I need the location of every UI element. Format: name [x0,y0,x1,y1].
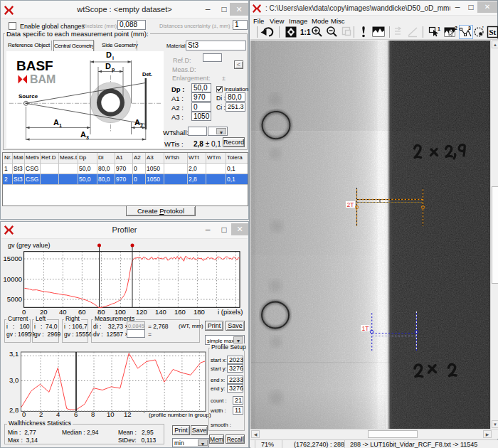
svg-text:3,1: 3,1 [9,350,18,358]
svg-text:St: St [489,28,497,36]
svg-text:15000: 15000 [4,255,22,262]
svg-text:140: 140 [155,308,166,316]
svg-text:2,8: 2,8 [9,406,18,414]
svg-text:1T: 1T [362,325,369,332]
svg-text:4: 4 [56,410,60,418]
svg-text:2: 2 [39,410,43,418]
svg-text:3,0: 3,0 [9,376,18,384]
svg-text:D: D [106,51,112,59]
svg-text:12: 12 [124,410,132,418]
svg-text:i: i [112,55,114,60]
svg-text:1: 1 [438,26,440,31]
svg-text:2: 2 [140,123,143,128]
svg-text:Det.: Det. [142,71,152,78]
svg-text:Source: Source [18,93,38,100]
svg-text:120: 120 [136,308,147,316]
svg-text:': ' [482,26,484,31]
svg-text:(profile number in group): (profile number in group) [149,412,211,418]
svg-text:·: · [143,408,145,416]
svg-text:D: D [105,62,111,70]
svg-text:p: p [112,67,115,73]
svg-text:1: 1 [59,123,62,128]
svg-text:180: 180 [194,308,205,316]
svg-text:i (pixels): i (pixels) [218,308,243,316]
svg-text:8: 8 [91,410,95,418]
svg-text:3: 3 [468,26,471,31]
svg-text:10000: 10000 [4,275,22,283]
svg-text:5000: 5000 [7,295,22,303]
svg-text:160: 160 [174,308,186,316]
svg-text:2: 2 [455,26,457,31]
svg-text:A: A [53,118,59,127]
svg-text:1:1: 1:1 [300,28,311,36]
svg-text:10: 10 [107,410,115,418]
svg-text:3: 3 [86,135,89,140]
svg-text:BASF: BASF [16,58,53,73]
svg-text:2T: 2T [347,201,354,208]
svg-text:A: A [134,118,140,127]
svg-text:0: 0 [22,410,26,418]
svg-text:6: 6 [74,410,78,418]
svg-text:A: A [80,130,86,139]
svg-text:BAM: BAM [30,73,55,85]
